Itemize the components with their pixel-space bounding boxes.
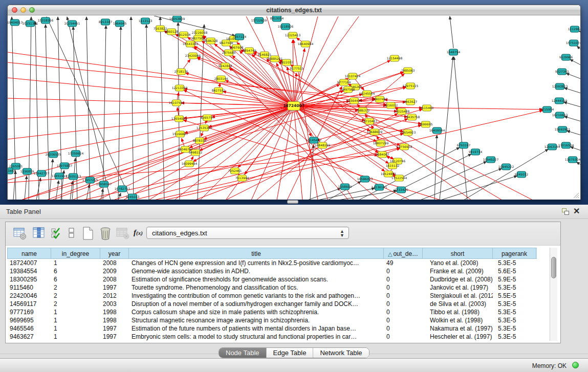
column-header-out_de[interactable]: △out_de… [384, 248, 423, 258]
tab-network-table[interactable]: Network Table [313, 348, 368, 358]
graph-node[interactable]: 9242848 [219, 63, 232, 69]
function-builder-icon[interactable]: f(x) [134, 228, 143, 237]
graph-node[interactable]: 6822057 [280, 59, 294, 65]
table-row[interactable]: 2242004622012Investigating the contribut… [7, 292, 537, 300]
graph-node[interactable]: 16586093 [357, 176, 373, 182]
tab-node-table[interactable]: Node Table [219, 348, 267, 358]
graph-node[interactable]: 12444159 [552, 98, 568, 104]
graph-edge[interactable] [434, 135, 437, 200]
graph-node[interactable]: 16053809 [169, 16, 185, 22]
graph-edge[interactable] [293, 40, 294, 106]
graph-node[interactable]: 8186328 [204, 38, 218, 44]
node-table[interactable]: namein_degreeyeartitle△out_de…shortpager… [7, 248, 537, 341]
graph-node[interactable]: 8912934 [177, 32, 191, 38]
graph-node[interactable]: 20206535 [46, 151, 61, 158]
graph-node[interactable]: 16107550 [169, 100, 185, 106]
graph-node[interactable]: 1112864 [568, 26, 580, 32]
graph-node[interactable]: 18807299 [373, 140, 389, 146]
graph-edge[interactable] [294, 49, 304, 106]
graph-edge[interactable] [67, 17, 111, 200]
network-view-window[interactable]: citations_edges.txt 18724007716382288601… [7, 5, 581, 200]
graph-node[interactable]: 12154498 [387, 55, 403, 61]
network-canvas[interactable]: 1872400771638228860128891293423226058982… [8, 16, 580, 200]
graph-edge[interactable] [8, 52, 386, 105]
graph-node[interactable]: 8177515 [290, 65, 304, 72]
graph-edge[interactable] [21, 106, 294, 200]
graph-node[interactable]: 17359924 [68, 150, 84, 157]
graph-edge[interactable] [58, 17, 62, 200]
table-row[interactable]: 911546021997Tourette syndrome. Phenomeno… [7, 283, 537, 292]
table-mode-icon[interactable] [13, 226, 27, 240]
graph-node[interactable]: 17522544 [391, 175, 407, 181]
graph-node[interactable]: 1964945 [113, 20, 127, 27]
splitter-handle[interactable] [287, 200, 298, 204]
graph-node[interactable]: 8265757 [201, 115, 214, 121]
graph-edge[interactable] [571, 147, 580, 150]
graph-edge[interactable] [566, 73, 580, 79]
graph-node[interactable]: 23226058 [192, 30, 208, 36]
graph-edge[interactable] [564, 117, 580, 121]
graph-node[interactable]: 23420046 [185, 53, 201, 59]
graph-node[interactable]: 16099484 [182, 161, 198, 167]
table-row[interactable]: 1830029562008Estimation of significance … [7, 275, 537, 283]
table-row[interactable]: 946554611997Estimation of the future num… [7, 324, 537, 333]
graph-edge[interactable] [450, 16, 453, 48]
table-vertical-scrollbar[interactable] [550, 248, 557, 341]
graph-node[interactable]: 8427552 [212, 87, 226, 94]
graph-node[interactable]: 10958107 [96, 181, 112, 187]
graph-edge[interactable] [256, 74, 404, 200]
column-header-title[interactable]: title [129, 248, 384, 258]
graph-node[interactable]: 7485063 [401, 68, 415, 74]
graph-node[interactable]: 12325413 [285, 32, 301, 38]
graph-node[interactable]: 11942737 [34, 170, 50, 177]
graph-edge[interactable] [567, 131, 580, 135]
trash-icon[interactable] [99, 226, 112, 240]
graph-node[interactable]: 17654925 [171, 116, 187, 122]
row-height-icon[interactable] [68, 226, 76, 240]
graph-node[interactable]: 1913454 [8, 168, 16, 174]
graph-node[interactable]: 19404013 [8, 19, 23, 26]
graph-node[interactable]: 9245012 [515, 171, 529, 178]
column-header-short[interactable]: short [423, 248, 493, 258]
graph-node[interactable]: 6793197 [457, 142, 471, 148]
graph-node[interactable]: 9463627 [404, 99, 418, 105]
graph-node[interactable]: 1733426 [395, 187, 408, 193]
graph-node[interactable]: 7252461 [228, 168, 242, 174]
column-header-pagerank[interactable]: pagerank [493, 248, 536, 258]
graph-node[interactable]: 10107424 [345, 73, 361, 79]
graph-edge[interactable] [308, 188, 341, 200]
graph-node[interactable]: 8878334 [193, 138, 207, 144]
graph-edge[interactable] [8, 78, 294, 106]
graph-edge[interactable] [13, 171, 15, 200]
graph-node[interactable]: 19975887 [57, 163, 73, 169]
graph-node[interactable]: 9115460 [420, 105, 434, 111]
graph-node[interactable]: 1658609 [338, 184, 352, 190]
new-document-icon[interactable] [81, 226, 95, 240]
graph-node[interactable]: 14136141 [372, 184, 387, 190]
graph-edge[interactable] [86, 17, 90, 200]
graph-node[interactable]: 20254451 [64, 20, 80, 27]
float-panel-icon[interactable] [562, 208, 570, 215]
select-columns-icon[interactable] [51, 226, 63, 240]
graph-node[interactable]: 7986372 [356, 107, 370, 114]
graph-edge[interactable] [564, 102, 580, 107]
graph-node[interactable]: 6497568 [341, 86, 355, 93]
column-header-year[interactable]: year [100, 248, 129, 258]
graph-node[interactable]: 12505113 [66, 173, 81, 180]
graph-node[interactable]: 9699695 [419, 121, 433, 127]
graph-node[interactable]: 16543382 [183, 41, 199, 47]
column-header-name[interactable]: name [7, 248, 51, 258]
graph-edge[interactable] [464, 149, 548, 200]
graph-node[interactable]: 9245013 [126, 194, 140, 200]
graph-edge[interactable] [47, 106, 294, 200]
graph-node[interactable]: 1113123 [139, 18, 153, 24]
graph-node[interactable]: 11675304 [565, 157, 580, 163]
graph-node[interactable]: 20251361 [23, 20, 38, 27]
table-row[interactable]: 969969511998Structural magnetic resonanc… [7, 316, 537, 324]
graph-edge[interactable] [294, 100, 375, 106]
graph-node[interactable]: 8860128 [165, 29, 179, 35]
graph-node[interactable]: 20364436 [346, 98, 362, 104]
graph-edge[interactable] [294, 16, 338, 106]
graph-edge[interactable] [570, 59, 580, 65]
scrollbar-thumb[interactable] [551, 257, 556, 278]
